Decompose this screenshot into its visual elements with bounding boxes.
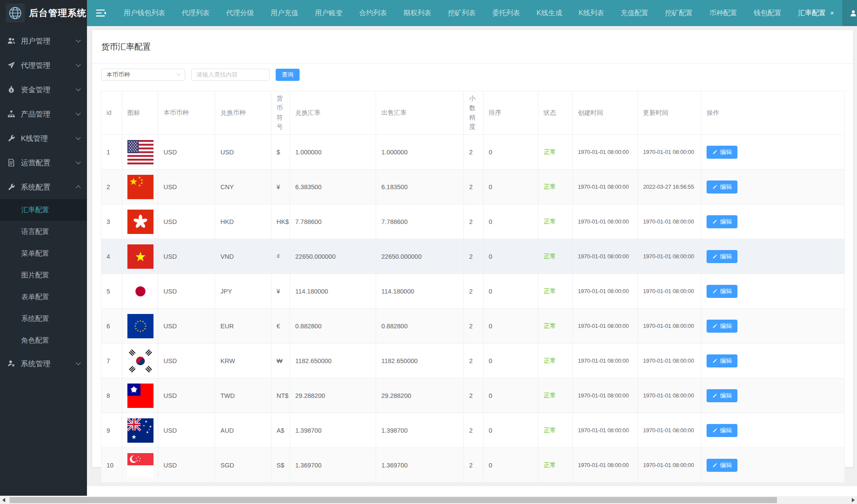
- nav-tab-14[interactable]: 钱包配置: [745, 0, 790, 26]
- sidebar-subitem-6-6[interactable]: 角色配置: [0, 330, 87, 351]
- sidebar-subitem-6-0[interactable]: 汇率配置: [0, 199, 87, 221]
- sidebar-item-label: K线管理: [21, 134, 77, 144]
- users-icon: [7, 37, 16, 45]
- app-logo: 后台管理系统: [0, 0, 87, 26]
- sidebar-item-4[interactable]: K线管理: [0, 126, 87, 150]
- cell-updated-time: 1970-01-01 08:00:00: [638, 135, 701, 170]
- cell-exchange-rate: 1.369700: [290, 448, 376, 483]
- cell-sell-rate: 114.180000: [376, 274, 464, 309]
- cell-precision: 2: [464, 378, 484, 413]
- nav-tab-7[interactable]: 挖矿列表: [440, 0, 484, 26]
- sidebar-subitem-6-3[interactable]: 图片配置: [0, 264, 87, 286]
- nav-tab-9[interactable]: K线生成: [528, 0, 570, 26]
- sidebar-item-label: 用户管理: [21, 36, 77, 46]
- au-flag-icon: [127, 418, 153, 443]
- user-menu[interactable]: 理: [842, 0, 857, 26]
- eu-flag-icon: [127, 314, 153, 338]
- sidebar-item-1[interactable]: 代理管理: [0, 53, 87, 77]
- table-row: 7USDKRW₩1182.6500001182.65000020正常1970-0…: [101, 344, 845, 378]
- cell-id: 1: [101, 135, 122, 170]
- edit-button[interactable]: 编辑: [707, 285, 737, 298]
- edit-button[interactable]: 编辑: [707, 424, 737, 437]
- cell-symbol: S$: [271, 448, 290, 483]
- base-currency-select[interactable]: 本币币种: [101, 69, 185, 81]
- cell-symbol: HK$: [271, 204, 290, 239]
- scroll-right-arrow-icon[interactable]: [852, 498, 855, 502]
- tab-close-icon[interactable]: ×: [830, 0, 834, 26]
- chevron-down-icon: [76, 360, 80, 365]
- nav-tab-label: K线生成: [537, 9, 562, 17]
- cell-symbol: ¥: [271, 274, 290, 309]
- nav-tab-13[interactable]: 币种配置: [701, 0, 745, 26]
- chevron-down-icon: [76, 62, 80, 67]
- cell-precision: 2: [464, 448, 484, 483]
- nav-tab-3[interactable]: 用户充值: [262, 0, 307, 26]
- nav-tab-0[interactable]: 用户钱包列表: [115, 0, 173, 26]
- sidebar-item-7[interactable]: 系统管理: [0, 351, 87, 376]
- edit-button[interactable]: 编辑: [707, 250, 737, 263]
- edit-button-label: 编辑: [720, 357, 732, 365]
- cell-id: 9: [101, 413, 122, 448]
- sidebar-item-5[interactable]: 运营配置: [0, 150, 87, 175]
- nav-tab-8[interactable]: 委托列表: [484, 0, 528, 26]
- sidebar-item-2[interactable]: 资金管理: [0, 77, 87, 102]
- scrollbar-thumb[interactable]: [10, 497, 777, 503]
- nav-tab-4[interactable]: 用户账变: [307, 0, 351, 26]
- chevron-down-icon: [76, 86, 80, 91]
- sidebar-subitem-6-2[interactable]: 菜单配置: [0, 243, 87, 264]
- horizontal-scrollbar[interactable]: [0, 496, 857, 504]
- edit-button[interactable]: 编辑: [707, 180, 737, 194]
- pencil-icon: [712, 358, 717, 364]
- query-button[interactable]: 查询: [276, 69, 300, 81]
- edit-button[interactable]: 编辑: [707, 389, 737, 402]
- cell-quote-currency: AUD: [215, 413, 271, 448]
- column-header-9: 状态: [538, 91, 573, 135]
- cell-precision: 2: [464, 204, 484, 239]
- column-header-6: 出售汇率: [376, 91, 464, 135]
- search-input[interactable]: [191, 69, 270, 81]
- cell-actions: 编辑: [701, 309, 845, 344]
- cn-flag-icon: [127, 175, 153, 199]
- edit-button[interactable]: 编辑: [707, 320, 737, 333]
- sidebar-item-0[interactable]: 用户管理: [0, 29, 87, 53]
- jp-flag-icon: [127, 279, 153, 304]
- nav-tab-5[interactable]: 合约列表: [351, 0, 395, 26]
- nav-tab-11[interactable]: 充值配置: [612, 0, 657, 26]
- cell-flag: [122, 204, 158, 239]
- nav-tab-10[interactable]: K线列表: [570, 0, 613, 26]
- cell-sell-rate: 7.788600: [376, 204, 464, 239]
- cell-created-time: 1970-01-01 08:00:00: [573, 170, 638, 204]
- nav-tab-15[interactable]: 汇率配置×: [790, 0, 842, 26]
- cell-symbol: ₫: [271, 239, 290, 274]
- cell-created-time: 1970-01-01 08:00:00: [573, 378, 638, 413]
- cell-base-currency: USD: [158, 274, 215, 309]
- edit-button[interactable]: 编辑: [707, 354, 737, 367]
- chevron-down-icon: [76, 37, 80, 42]
- sidebar-item-6[interactable]: 系统配置: [0, 175, 87, 199]
- sidebar-subitem-6-1[interactable]: 语言配置: [0, 221, 87, 243]
- cell-status: 正常: [538, 309, 573, 344]
- edit-button[interactable]: 编辑: [707, 459, 737, 472]
- sidebar-subitem-6-5[interactable]: 系统配置: [0, 308, 87, 330]
- status-badge: 正常: [544, 218, 556, 225]
- cell-id: 2: [101, 170, 122, 204]
- cell-id: 3: [101, 204, 122, 239]
- sidebar-item-label: 代理管理: [21, 60, 77, 70]
- sidebar-item-3[interactable]: 产品管理: [0, 102, 87, 126]
- cell-sort: 0: [484, 448, 538, 483]
- nav-tab-label: 代理列表: [182, 9, 210, 17]
- sidebar: 用户管理代理管理资金管理产品管理K线管理运营配置系统配置汇率配置语言配置菜单配置…: [0, 26, 87, 496]
- cell-updated-time: 1970-01-01 08:00:00: [638, 344, 701, 378]
- sidebar-toggle-icon[interactable]: [87, 9, 115, 17]
- send-icon: [7, 61, 16, 70]
- edit-button[interactable]: 编辑: [707, 215, 737, 228]
- nav-tab-1[interactable]: 代理列表: [173, 0, 218, 26]
- nav-tab-2[interactable]: 代理分级: [218, 0, 262, 26]
- cell-actions: 编辑: [701, 204, 845, 239]
- nav-tab-12[interactable]: 挖矿配置: [657, 0, 701, 26]
- nav-tab-6[interactable]: 期权列表: [395, 0, 440, 26]
- edit-button[interactable]: 编辑: [707, 146, 737, 159]
- edit-button-label: 编辑: [720, 392, 732, 400]
- sidebar-subitem-6-4[interactable]: 表单配置: [0, 286, 87, 308]
- scroll-left-arrow-icon[interactable]: [2, 498, 5, 502]
